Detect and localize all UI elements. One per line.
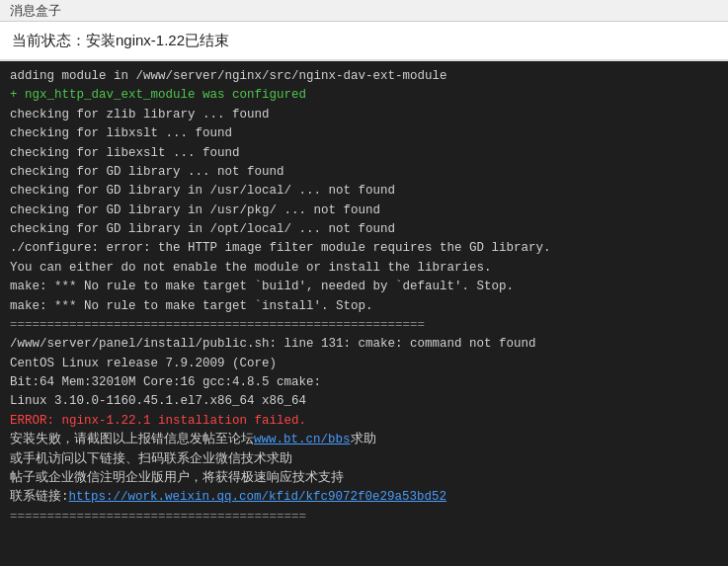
console-line: Linux 3.10.0-1160.45.1.el7.x86_64 x86_64 — [10, 392, 718, 411]
console-line: checking for GD library in /usr/pkg/ ...… — [10, 202, 718, 220]
console-line: + ngx_http_dav_ext_module was configured — [10, 86, 718, 105]
console-line: checking for GD library in /opt/local/ .… — [10, 220, 718, 239]
console-area[interactable]: adding module in /www/server/nginx/src/n… — [0, 61, 728, 566]
console-line: checking for libexslt ... found — [10, 144, 718, 163]
console-line: checking for GD library ... not found — [10, 163, 718, 182]
console-line: ======================================== — [10, 508, 718, 526]
console-line: Bit:64 Mem:32010M Core:16 gcc:4.8.5 cmak… — [10, 373, 718, 392]
console-line: /www/server/panel/install/public.sh: lin… — [10, 335, 718, 354]
console-line: ========================================… — [10, 316, 718, 335]
status-text: 当前状态：安装nginx-1.22已结束 — [12, 32, 229, 50]
top-bar: 消息盒子 — [0, 0, 728, 22]
console-line: 安装失败，请截图以上报错信息发帖至论坛www.bt.cn/bbs求助 — [10, 431, 718, 449]
console-line: You can either do not enable the module … — [10, 259, 718, 278]
console-line: 帖子或企业微信注明企业版用户，将获得极速响应技术支持 — [10, 469, 718, 488]
console-line: checking for GD library in /usr/local/ .… — [10, 182, 718, 201]
console-line: make: *** No rule to make target `build'… — [10, 278, 718, 296]
contact-link[interactable]: https://work.weixin.qq.com/kfid/kfc9072f… — [69, 490, 447, 504]
console-line: 联系链接:https://work.weixin.qq.com/kfid/kfc… — [10, 488, 718, 507]
console-line: checking for zlib library ... found — [10, 106, 718, 124]
console-line: checking for libxslt ... found — [10, 124, 718, 143]
console-line: 或手机访问以下链接、扫码联系企业微信技术求助 — [10, 450, 718, 469]
console-line: adding module in /www/server/nginx/src/n… — [10, 67, 718, 86]
console-line: make: *** No rule to make target `instal… — [10, 297, 718, 316]
console-line: ./configure: error: the HTTP image filte… — [10, 239, 718, 258]
forum-link[interactable]: www.bt.cn/bbs — [254, 433, 351, 446]
top-bar-label: 消息盒子 — [10, 2, 61, 20]
console-line: ERROR: nginx-1.22.1 installation failed. — [10, 412, 718, 431]
console-line: CentOS Linux release 7.9.2009 (Core) — [10, 355, 718, 373]
status-bar: 当前状态：安装nginx-1.22已结束 — [0, 22, 728, 61]
